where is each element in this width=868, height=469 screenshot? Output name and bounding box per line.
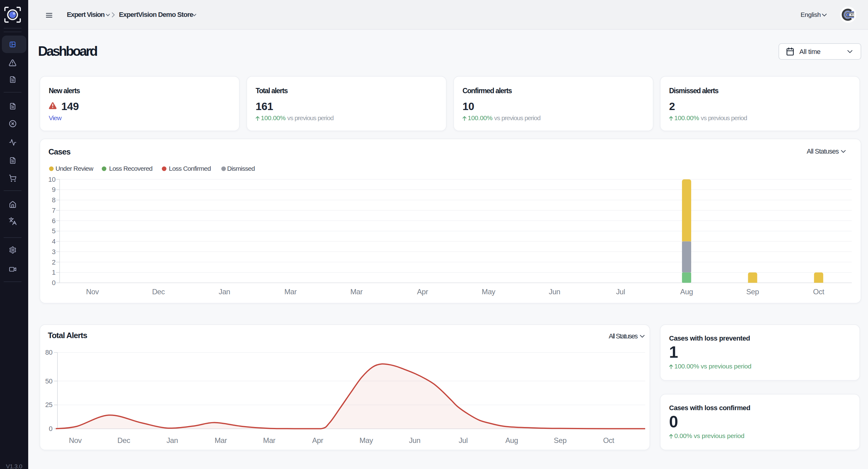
svg-text:5: 5 — [52, 227, 56, 235]
svg-text:4: 4 — [52, 238, 56, 245]
svg-text:6: 6 — [52, 217, 56, 225]
svg-text:Mar: Mar — [215, 436, 227, 444]
svg-text:9: 9 — [52, 186, 56, 193]
svg-text:Sep: Sep — [554, 436, 567, 444]
svg-text:Apr: Apr — [312, 436, 324, 444]
svg-text:Jul: Jul — [459, 436, 467, 444]
svg-text:Mar: Mar — [284, 287, 297, 296]
svg-text:7: 7 — [52, 207, 56, 214]
svg-text:Dec: Dec — [152, 287, 165, 296]
svg-text:8: 8 — [52, 196, 56, 204]
svg-text:Aug: Aug — [680, 287, 693, 296]
svg-text:May: May — [360, 436, 373, 444]
svg-text:Apr: Apr — [417, 287, 428, 296]
svg-text:Jan: Jan — [219, 287, 230, 296]
svg-text:0: 0 — [52, 279, 56, 287]
svg-text:1: 1 — [52, 269, 56, 276]
svg-text:Nov: Nov — [69, 436, 82, 444]
svg-text:Dec: Dec — [117, 436, 130, 444]
svg-text:Jun: Jun — [409, 436, 421, 444]
svg-text:2: 2 — [52, 258, 56, 266]
svg-text:Mar: Mar — [350, 287, 363, 296]
svg-text:Oct: Oct — [603, 436, 615, 444]
svg-text:Jun: Jun — [549, 287, 561, 296]
svg-text:50: 50 — [45, 377, 53, 385]
svg-text:25: 25 — [45, 401, 53, 409]
svg-text:0: 0 — [49, 425, 53, 433]
svg-text:10: 10 — [49, 176, 56, 183]
svg-text:Sep: Sep — [746, 287, 759, 296]
svg-text:Mar: Mar — [263, 436, 276, 444]
svg-text:May: May — [482, 287, 496, 296]
svg-text:Oct: Oct — [813, 287, 825, 296]
svg-text:3: 3 — [52, 248, 56, 256]
svg-text:Aug: Aug — [505, 436, 518, 444]
svg-text:Nov: Nov — [86, 287, 99, 296]
svg-text:Jul: Jul — [616, 287, 625, 296]
svg-text:Jan: Jan — [166, 436, 178, 444]
svg-text:80: 80 — [45, 348, 53, 356]
